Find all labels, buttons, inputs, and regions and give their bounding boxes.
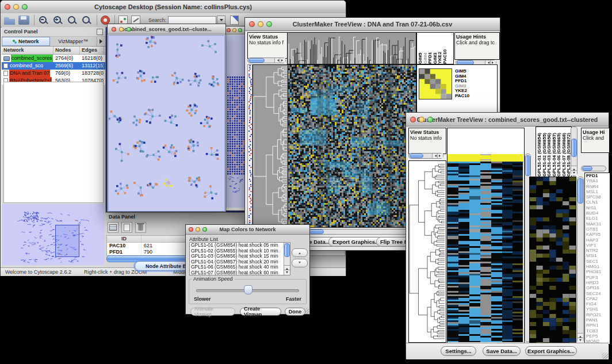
zoom-vscrollbar[interactable] bbox=[577, 177, 584, 343]
hints-hscrollbar[interactable] bbox=[581, 166, 606, 171]
gene-label[interactable]: PFD1 bbox=[586, 173, 610, 178]
minimize-button[interactable] bbox=[232, 28, 236, 32]
gene-label[interactable]: YSH1 bbox=[586, 306, 610, 312]
minimize-button[interactable] bbox=[196, 227, 200, 232]
zoom-heatmap[interactable] bbox=[419, 68, 452, 99]
gene-label[interactable]: PAN1 bbox=[586, 317, 610, 323]
move-up-button[interactable] bbox=[292, 248, 308, 257]
network-table-row[interactable]: combined_sco 2569(6) 13112(15) bbox=[2, 62, 105, 70]
close-button[interactable] bbox=[410, 117, 416, 122]
gene-label[interactable]: BUD4 bbox=[586, 210, 610, 216]
zoom-in-icon[interactable] bbox=[52, 16, 63, 25]
network-overview-panel[interactable] bbox=[2, 204, 105, 265]
network-table-row[interactable]: combined_scores 2764(0) 16218(0) bbox=[2, 55, 105, 62]
zoom-button[interactable] bbox=[427, 117, 433, 122]
dialog-titlebar[interactable]: Map Colors to Network bbox=[186, 225, 309, 235]
treeview2-titlebar[interactable]: ClusterMaker TreeView : combined_scores_… bbox=[406, 113, 609, 127]
gene-label[interactable]: SEC24 bbox=[586, 291, 610, 296]
gene-label[interactable]: CLN1 bbox=[586, 200, 610, 205]
minimize-button[interactable] bbox=[419, 117, 424, 122]
save-data-button[interactable]: Save Data... bbox=[483, 346, 521, 356]
attribute-browser-icon[interactable] bbox=[230, 16, 239, 25]
create-vizmap-button[interactable]: Create Vizmap bbox=[240, 308, 281, 316]
zoom-button[interactable] bbox=[238, 28, 242, 32]
gene-label[interactable]: PUF3 bbox=[586, 275, 610, 280]
zoom-out-icon[interactable] bbox=[38, 16, 49, 25]
network-view-titlebar[interactable]: combined_scores_good.txt--cluste... bbox=[108, 24, 225, 35]
resize-grip[interactable] bbox=[602, 352, 608, 359]
close-button[interactable] bbox=[112, 27, 116, 32]
save-session-icon[interactable] bbox=[18, 16, 29, 25]
animate-vizmap-button[interactable]: Animate Vizmap bbox=[190, 308, 235, 316]
gene-label[interactable]: RPO21 bbox=[586, 312, 610, 317]
gene-label[interactable]: VIP1 bbox=[586, 243, 610, 248]
column-label[interactable]: GPL51-06 (GSM865) bbox=[556, 127, 561, 177]
network-view2-titlebar[interactable] bbox=[224, 26, 247, 35]
minimize-button[interactable] bbox=[119, 27, 124, 32]
move-down-button[interactable] bbox=[292, 259, 308, 267]
main-titlebar[interactable]: Cytoscape Desktop (Session Name: collins… bbox=[1, 1, 346, 14]
gene-label[interactable]: HMG1 bbox=[586, 264, 610, 269]
column-label[interactable]: YKE2 bbox=[437, 33, 442, 64]
new-attribute-button[interactable] bbox=[121, 222, 132, 233]
network-table-row[interactable]: DNA and Tran 07 769(0) 183728(0) bbox=[2, 70, 105, 77]
close-button[interactable] bbox=[249, 21, 255, 27]
zoom-fit-icon[interactable] bbox=[81, 16, 92, 25]
gene-label[interactable]: PEP5 bbox=[586, 334, 610, 339]
gene-label[interactable]: CPA2 bbox=[586, 296, 610, 301]
gene-label[interactable]: KAP95 bbox=[586, 232, 610, 237]
network-canvas[interactable] bbox=[108, 35, 225, 212]
gene-label[interactable]: NTR2 bbox=[586, 248, 610, 253]
gene-label[interactable]: YRA1 bbox=[586, 178, 610, 183]
tab-overflow-button[interactable] bbox=[97, 37, 105, 46]
tab-vizmapper[interactable]: VizMapper™ bbox=[50, 37, 98, 46]
speed-slider-thumb[interactable] bbox=[244, 285, 253, 294]
select-attributes-button[interactable] bbox=[108, 222, 118, 233]
column-label[interactable]: GPL51-01 (GSM854) bbox=[537, 127, 542, 177]
gene-label[interactable]: MSI1 bbox=[586, 253, 610, 258]
gene-label[interactable]: RNR4 bbox=[586, 184, 610, 189]
gene-label[interactable]: SPC98 bbox=[586, 194, 610, 200]
zoom-button[interactable] bbox=[266, 21, 272, 27]
gene-label[interactable]: MAK31 bbox=[586, 221, 610, 227]
minimize-button[interactable] bbox=[13, 4, 19, 10]
close-button[interactable] bbox=[189, 227, 193, 232]
gene-label[interactable]: GPI16 bbox=[586, 285, 610, 290]
zoom-selected-icon[interactable] bbox=[67, 16, 78, 25]
column-label[interactable]: GIM5 bbox=[418, 33, 423, 64]
network-canvas-2[interactable] bbox=[225, 35, 246, 208]
row-dendrogram[interactable] bbox=[408, 160, 446, 343]
close-button[interactable] bbox=[5, 4, 10, 10]
delete-attribute-button[interactable] bbox=[135, 222, 146, 233]
column-label[interactable]: GPL51-03 (GSM856) bbox=[546, 127, 552, 177]
close-button[interactable] bbox=[227, 28, 231, 32]
network-table-header[interactable]: Network Nodes Edges bbox=[2, 47, 105, 55]
column-label[interactable]: PAC10 bbox=[442, 33, 447, 64]
gene-label[interactable]: MSL1 bbox=[586, 189, 610, 194]
row-label[interactable]: PAC10 bbox=[455, 94, 469, 99]
export-graphics-button[interactable]: Export Graphics... bbox=[525, 346, 577, 356]
float-panel-icon[interactable] bbox=[97, 29, 103, 35]
settings-button[interactable]: Settings... bbox=[441, 346, 476, 356]
gene-label[interactable]: PHO81 bbox=[586, 269, 610, 274]
gene-label[interactable]: FIG4 bbox=[586, 301, 610, 306]
tab-network[interactable]: Network bbox=[2, 37, 50, 46]
status-hscrollbar[interactable] bbox=[247, 58, 286, 63]
zoom-button[interactable] bbox=[22, 4, 28, 10]
gene-label[interactable]: HRD3 bbox=[586, 280, 610, 285]
open-session-icon[interactable] bbox=[4, 16, 15, 25]
gene-label[interactable]: NIS1 bbox=[586, 205, 610, 210]
global-heatmap[interactable] bbox=[288, 64, 416, 228]
gene-label[interactable]: SEC1 bbox=[586, 259, 610, 264]
attribute-list-scrollbar[interactable] bbox=[284, 243, 290, 275]
resize-grip[interactable] bbox=[303, 308, 309, 314]
gene-label[interactable]: ELG1 bbox=[586, 216, 610, 221]
gene-label[interactable]: HAP3 bbox=[586, 237, 610, 243]
zoom-button[interactable] bbox=[202, 227, 207, 232]
column-label[interactable]: PFD1 bbox=[427, 33, 433, 64]
column-dendrogram[interactable] bbox=[287, 32, 416, 64]
zoom-button[interactable] bbox=[127, 27, 131, 32]
labels-vscrollbar[interactable] bbox=[571, 127, 577, 176]
gene-label[interactable]: TCB3 bbox=[586, 328, 610, 334]
zoom-heatmap[interactable] bbox=[529, 177, 576, 343]
